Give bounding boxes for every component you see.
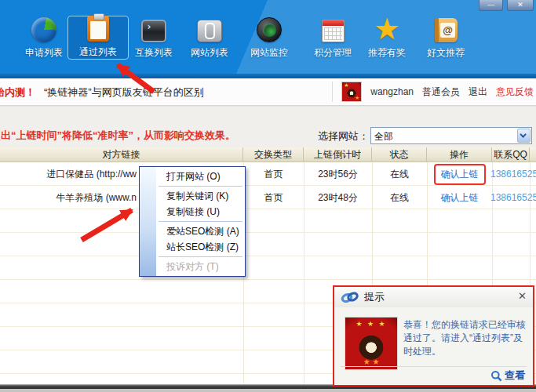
toolbar-item-label: 互换列表 [135,46,173,60]
row-countdown: 23时56分 [304,162,372,186]
column-header-type[interactable]: 交换类型 [243,147,304,162]
dropdown-arrow-button[interactable] [517,129,531,143]
magnifier-icon [490,370,502,382]
table-row[interactable]: 牛羊养殖场 (www.n 首页 23时48分 在线 确认上链 138616525 [0,186,536,209]
column-header-countdown[interactable]: 上链倒计时 [304,147,372,162]
toolbar-item-articles[interactable]: 好文推荐 [417,16,474,60]
close-button[interactable]: ✕ [507,0,534,11]
menu-item-aizhan-seo[interactable]: 爱站SEO检测 (A) [156,223,245,239]
row-type: 首页 [243,162,304,186]
site-select-dropdown[interactable]: 全部 [370,127,532,144]
popup-avatar [345,317,398,370]
toolbar-item-label: 申请列表 [25,46,63,60]
news-headline-link[interactable]: “换链神器”与网页版友链平台的区别 [44,85,204,100]
site-select-value: 全部 [374,130,393,143]
app-window: 申请列表 通过列表 互换列表 网站列表 网站监控 积分管理 ★ 推荐有奖 好文推 [0,0,536,392]
view-label: 查看 [505,368,525,383]
column-header-status[interactable]: 状态 [372,147,427,162]
minimize-icon: — [487,1,494,9]
view-button[interactable]: 查看 [490,368,525,383]
row-action-cell: 确认上链 [427,162,492,186]
avatar [341,82,362,102]
site-select-label: 选择网站： [318,129,369,143]
filter-bar: 超出“上链时间”将降低“准时率”，从而影响交换效果。 选择网站： 全部 [0,106,536,147]
toolbar-item-points[interactable]: 积分管理 [304,16,361,60]
table-header: 对方链接 交换类型 上链倒计时 状态 操作 联系QQ [0,147,536,162]
logout-link[interactable]: 退出 [469,85,487,99]
star-icon: ★ [372,16,402,42]
table-row[interactable]: 进口保健品 (http://ww 首页 23时56分 在线 确认上链 13861… [0,162,536,186]
row-status: 在线 [372,186,427,209]
context-menu-strip [140,167,156,276]
confirm-link-button[interactable]: 确认上链 [441,192,479,203]
menu-item-copy-keyword[interactable]: 复制关键词 (K) [156,188,245,204]
context-menu: 打开网站 (O) 复制关键词 (K) 复制链接 (U) 爱站SEO检测 (A) … [139,166,246,277]
account-area: wangzhan 普通会员 退出 意见反馈 [332,78,534,105]
menu-separator [159,186,242,187]
popup-close-icon[interactable]: ✕ [518,291,527,301]
toolbar-item-apply-list[interactable]: 申请列表 [16,16,72,60]
toolbar-item-exchange-list[interactable]: 互换列表 [126,16,182,60]
row-qq-link[interactable]: 138616525 [490,186,534,209]
menu-item-report: 投诉对方 (T) [156,259,245,274]
window-bottom-shadow [0,389,536,392]
toolbar-item-site-monitor[interactable]: 网站监控 [241,16,297,60]
toolbar-item-site-list[interactable]: 网站列表 [181,16,238,60]
column-header-link[interactable]: 对方链接 [0,147,243,162]
row-status: 在线 [372,162,427,186]
ticker-text: 始内测！ [0,85,35,100]
popup-divider [341,366,527,367]
menu-item-open-site[interactable]: 打开网站 (O) [156,169,245,184]
chevron-down-icon [520,131,526,137]
toolbar-item-passed-list[interactable]: 通过列表 [67,16,129,60]
terminal-icon [139,16,169,42]
row-qq-link[interactable]: 138616525 [490,162,534,186]
menu-item-copy-link[interactable]: 复制链接 (U) [156,204,245,220]
menu-separator [159,221,242,222]
toolbar-item-label: 网站监控 [250,46,288,60]
row-type: 首页 [243,186,304,209]
close-icon: ✕ [517,1,523,9]
menu-item-chinaz-seo[interactable]: 站长SEO检测 (Z) [156,239,245,255]
row-countdown: 23时48分 [304,186,372,209]
chain-link-icon [341,292,359,303]
minimize-button[interactable]: — [479,0,503,11]
toolbar-item-label: 通过列表 [79,45,117,59]
popup-message: 恭喜！您的换链请求已经审核通过了。请进入“通过列表”及时处理。 [403,318,529,358]
monitor-lens-icon [254,16,284,42]
clipboard-icon [83,16,113,42]
column-header-action[interactable]: 操作 [427,147,492,162]
pie-chart-icon [29,16,59,42]
warning-text: 超出“上链时间”将降低“准时率”，从而影响交换效果。 [0,129,235,143]
popup-title-bar: 提示 [334,287,533,307]
calendar-icon [318,16,348,42]
row-action-cell: 确认上链 [427,186,492,209]
toolbar-item-referral[interactable]: ★ 推荐有奖 [359,16,415,60]
username: wangzhan [370,86,414,97]
toolbar-item-label: 推荐有奖 [368,46,406,60]
toolbar: 申请列表 通过列表 互换列表 网站列表 网站监控 积分管理 ★ 推荐有奖 好文推 [0,0,536,78]
toolbar-item-label: 积分管理 [314,46,352,60]
menu-separator [159,256,242,257]
toolbar-item-label: 好文推荐 [427,46,465,60]
confirm-link-button[interactable]: 确认上链 [434,164,486,185]
column-header-qq[interactable]: 联系QQ [492,147,530,162]
notice-bar: 始内测！ “换链神器”与网页版友链平台的区别 wangzhan 普通会员 退出 … [0,78,536,106]
site-panel-icon [195,16,224,42]
notification-popup: 提示 ✕ 恭喜！您的换链请求已经审核通过了。请进入“通过列表”及时处理。 查看 [333,285,534,387]
member-level-badge: 普通会员 [422,85,460,99]
divider [332,82,333,102]
feedback-link[interactable]: 意见反馈 [496,85,534,99]
address-book-icon [431,16,461,42]
toolbar-item-label: 网站列表 [191,46,228,60]
popup-title: 提示 [364,290,385,304]
